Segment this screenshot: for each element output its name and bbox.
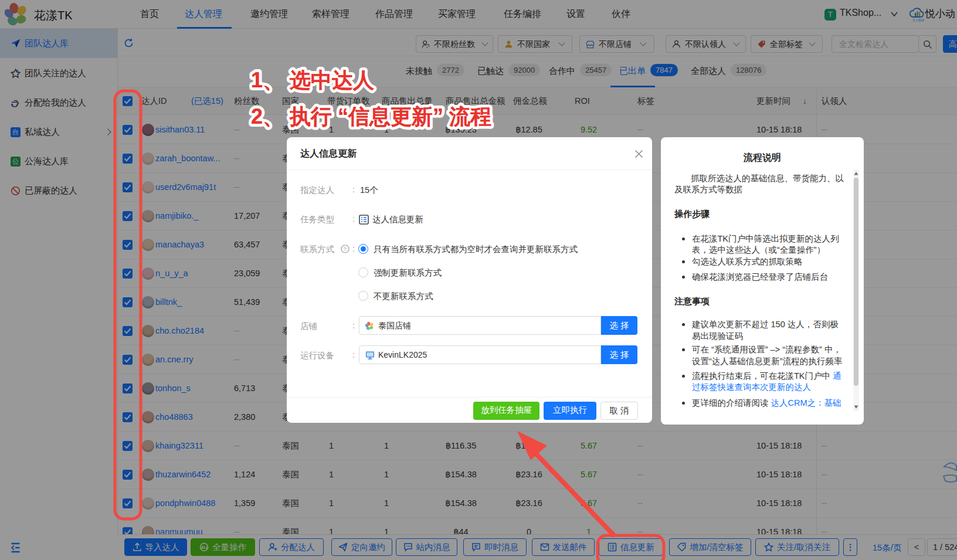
svg-text:2、 执行 “信息更新” 流程: 2、 执行 “信息更新” 流程 [251, 104, 491, 128]
svg-text:1、 选中达人: 1、 选中达人 [251, 68, 374, 92]
